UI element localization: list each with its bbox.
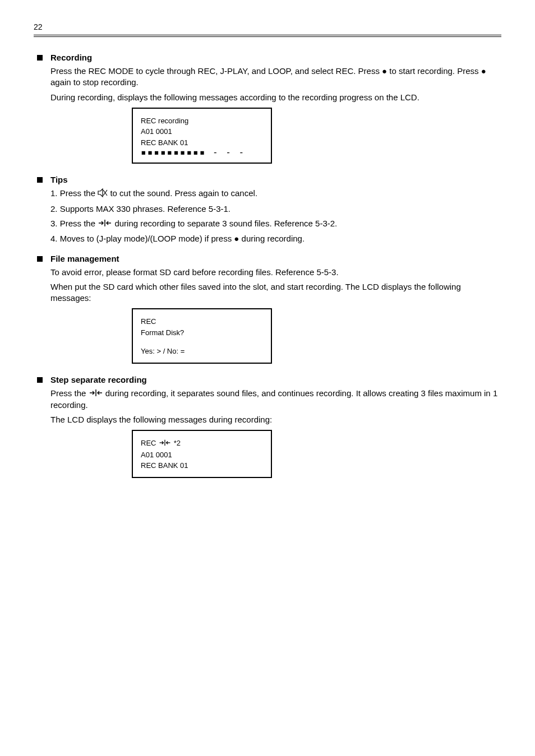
lcd-display: REC recording A01 0001 REC BANK 01 ▪▪▪▪▪… (132, 108, 272, 164)
section-title: File management (50, 254, 119, 263)
tip-suffix: during recording to separate 3 sound fil… (114, 219, 337, 228)
section-heading-file-management: File management (34, 254, 501, 263)
header-rule (34, 35, 501, 37)
lcd-line: A01 0001 (141, 126, 263, 137)
paragraph: 3. Press the during recording to separat… (50, 218, 501, 230)
step-icon (158, 438, 172, 449)
paragraph: 2. Supports MAX 330 phrases. Reference 5… (50, 203, 501, 215)
paragraph: During recording, displays the following… (50, 92, 501, 103)
para-prefix: Press the (50, 388, 89, 398)
lcd-line: REC *2 (141, 438, 263, 449)
lcd-line: A01 0001 (141, 449, 263, 461)
bullet-icon (37, 55, 43, 61)
lcd-line: Format Disk? (141, 327, 263, 338)
lcd-line: REC BANK 01 (141, 460, 263, 471)
paragraph: When put the SD card which other files s… (50, 281, 501, 304)
tip-suffix: to cut the sound. Press again to cancel. (110, 188, 257, 198)
lcd-display: REC *2 A01 0001 REC BANK 01 (132, 430, 272, 477)
paragraph: Press the during recording, it separates… (50, 388, 501, 411)
paragraph: 4. Moves to (J-play mode)/(LOOP mode) if… (50, 233, 501, 244)
page-container: 22 Recording Press the REC MODE to cycle… (0, 0, 535, 523)
section-title: Tips (50, 175, 68, 184)
bullet-icon (37, 177, 43, 183)
lcd-text: *2 (174, 439, 181, 447)
tip-prefix: 1. Press the (50, 188, 98, 198)
section-title: Step separate recording (50, 375, 147, 384)
paragraph: Press the REC MODE to cycle through REC,… (50, 66, 501, 89)
paragraph: To avoid error, please format SD card be… (50, 267, 501, 278)
bullet-icon (37, 377, 43, 383)
lcd-line: REC recording (141, 115, 263, 127)
paragraph: The LCD displays the following messages … (50, 414, 501, 425)
lcd-text: REC (141, 439, 158, 447)
lcd-blank-line (141, 338, 263, 346)
bullet-icon (37, 256, 43, 262)
page-number: 22 (34, 22, 501, 31)
svg-marker-0 (98, 189, 103, 197)
section-heading-step-recording: Step separate recording (34, 375, 501, 384)
lcd-line: Yes: > / No: = (141, 346, 263, 357)
mute-icon (98, 188, 108, 200)
step-icon (98, 219, 112, 230)
section-heading-recording: Recording (34, 53, 501, 62)
step-icon (89, 388, 103, 400)
para-suffix: during recording, it separates sound fil… (50, 388, 497, 410)
lcd-line: REC (141, 316, 263, 327)
paragraph: 1. Press the to cut the sound. Press aga… (50, 188, 501, 200)
lcd-display: REC Format Disk? Yes: > / No: = (132, 308, 272, 364)
section-heading-tips: Tips (34, 175, 501, 184)
lcd-progress-bar: ▪▪▪▪▪▪▪▪▪▪ - - - (141, 148, 263, 157)
tip-prefix: 3. Press the (50, 219, 98, 228)
section-title: Recording (50, 53, 92, 62)
